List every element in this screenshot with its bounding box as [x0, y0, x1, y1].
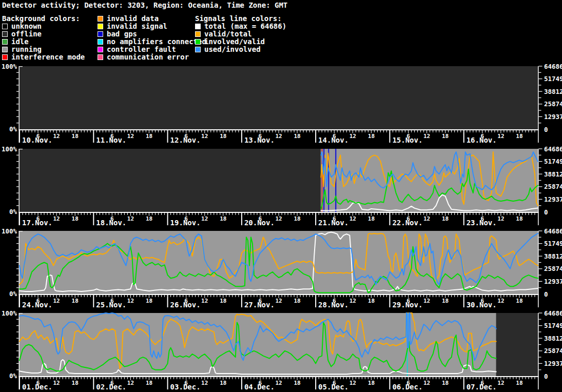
hour-tick: [488, 377, 489, 379]
hour-tick: [457, 295, 458, 297]
right-tick: [539, 110, 541, 111]
hour-tick: [350, 213, 350, 215]
hour-label: 18: [220, 380, 226, 386]
hour-tick: [266, 295, 266, 297]
day-label: 15.Nov.: [392, 136, 422, 144]
hour-tick: [229, 130, 229, 132]
hour-tick: [72, 130, 72, 132]
hour-tick: [485, 130, 486, 132]
hour-tick: [313, 130, 313, 132]
hour-tick: [229, 295, 229, 297]
hour-tick: [285, 377, 285, 379]
hour-tick: [467, 377, 467, 379]
hour-tick: [322, 377, 322, 379]
hour-label: 12: [497, 380, 504, 386]
hour-tick: [282, 213, 282, 215]
day-tick: [315, 294, 316, 307]
hour-tick: [368, 130, 369, 132]
hour-tick: [23, 295, 23, 297]
right-tick: [539, 205, 541, 206]
hour-tick: [331, 377, 332, 379]
right-tick: [539, 167, 541, 168]
hour-tick: [386, 130, 387, 132]
hour-tick: [399, 295, 399, 297]
hour-tick: [513, 377, 513, 379]
hour-tick: [155, 130, 156, 132]
hour-tick: [460, 213, 461, 215]
hour-tick: [303, 295, 304, 297]
hour-tick: [346, 130, 347, 132]
hour-tick: [319, 295, 319, 297]
hour-tick: [53, 130, 54, 132]
hour-tick: [195, 130, 196, 132]
hour-tick: [78, 213, 79, 215]
hour-tick: [275, 377, 276, 379]
hour-tick: [516, 377, 516, 379]
hour-tick: [44, 213, 45, 215]
hour-tick: [23, 213, 23, 215]
hour-tick: [534, 295, 535, 297]
hour-tick: [247, 295, 248, 297]
hour-tick: [479, 295, 479, 297]
hour-tick: [143, 213, 143, 215]
day-tick: [93, 129, 94, 143]
left-tick: [16, 186, 19, 187]
hour-tick: [282, 295, 282, 297]
hour-tick: [528, 295, 529, 297]
hour-tick: [470, 295, 470, 297]
hour-label: 12: [201, 298, 208, 304]
hour-label: 18: [220, 133, 226, 140]
hour-tick: [383, 213, 384, 215]
chart-row-1: 64686517493881225874129370100%0%6121810.…: [2, 63, 562, 145]
day-label: 06.Dec.: [392, 383, 422, 391]
hour-tick: [476, 377, 476, 379]
hour-tick: [417, 295, 418, 297]
hour-tick: [232, 295, 232, 297]
left-tick: [16, 275, 19, 276]
hour-tick: [337, 213, 338, 215]
hour-tick: [528, 130, 529, 132]
hour-tick: [115, 377, 115, 379]
day-tick: [167, 129, 168, 143]
hour-tick: [90, 295, 91, 297]
hour-label: 12: [423, 380, 430, 386]
hour-tick: [146, 377, 146, 379]
hour-tick: [343, 130, 344, 132]
hour-tick: [201, 130, 202, 132]
hour-tick: [288, 213, 288, 215]
hour-tick: [180, 213, 180, 215]
hour-tick: [362, 377, 362, 379]
left-axis-label: 100%: [2, 227, 17, 235]
hour-tick: [522, 377, 522, 379]
hour-tick: [195, 377, 196, 379]
hour-tick: [356, 377, 356, 379]
right-tick: [539, 249, 541, 250]
hour-tick: [319, 130, 319, 132]
hour-tick: [232, 213, 232, 215]
day-label: 14.Nov.: [318, 136, 348, 144]
hour-tick: [173, 213, 174, 215]
right-axis-label: 51749: [544, 158, 562, 165]
hour-tick: [177, 213, 177, 215]
day-tick: [19, 212, 20, 225]
day-label: 22.Nov.: [392, 219, 422, 227]
hour-tick: [109, 213, 109, 215]
right-tick: [539, 91, 542, 92]
hour-tick: [340, 377, 341, 379]
hour-tick: [140, 295, 140, 297]
hour-tick: [282, 130, 282, 132]
day-tick: [389, 376, 390, 389]
right-tick: [539, 287, 541, 288]
hour-tick: [365, 213, 365, 215]
hour-tick: [257, 130, 257, 132]
hour-tick: [356, 130, 356, 132]
hour-tick: [430, 295, 430, 297]
left-tick: [16, 249, 19, 250]
hour-tick: [140, 377, 140, 379]
hour-tick: [272, 213, 273, 215]
hour-tick: [63, 295, 63, 297]
hour-tick: [164, 377, 165, 379]
hour-tick: [368, 295, 369, 297]
hour-tick: [503, 213, 504, 215]
x-axis: [19, 129, 539, 130]
